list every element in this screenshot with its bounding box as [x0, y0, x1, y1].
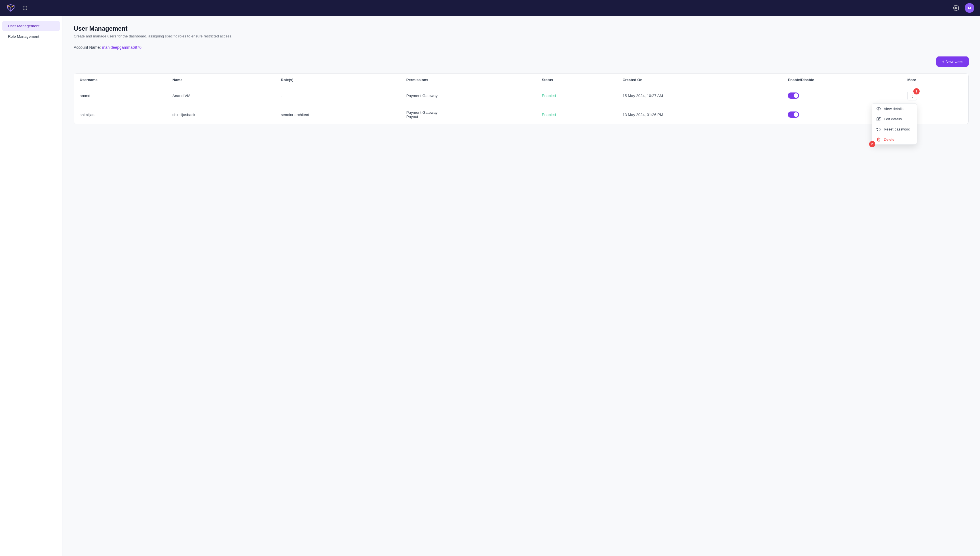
- cell-name: Anand VM: [167, 86, 275, 105]
- sidebar-item-role-management[interactable]: Role Management: [2, 31, 60, 41]
- sidebar: User Management Role Management: [0, 16, 62, 556]
- col-username: Username: [74, 74, 167, 86]
- col-created-on: Created On: [617, 74, 782, 86]
- cell-username: anand: [74, 86, 167, 105]
- table-header-row: Username Name Role(s) Permissions Status…: [74, 74, 969, 86]
- trash-icon: [877, 137, 881, 142]
- col-status: Status: [536, 74, 617, 86]
- edit-details-label: Edit details: [884, 117, 902, 121]
- col-roles: Role(s): [276, 74, 401, 86]
- cell-roles: senoior architect: [276, 105, 401, 124]
- edit-icon: [877, 116, 881, 121]
- users-table-container: Username Name Role(s) Permissions Status…: [74, 73, 969, 124]
- account-label: Account Name:: [74, 45, 101, 50]
- enable-toggle[interactable]: [788, 92, 799, 99]
- delete-label: Delete: [884, 137, 895, 142]
- status-badge: Enabled: [542, 94, 556, 98]
- page-title: User Management: [74, 25, 969, 32]
- table-row: anand Anand VM - Payment Gateway Enabled…: [74, 86, 969, 105]
- reset-password-label: Reset password: [884, 127, 910, 131]
- enable-toggle[interactable]: [788, 112, 799, 118]
- grid-icon[interactable]: [21, 3, 29, 13]
- svg-point-8: [26, 10, 27, 10]
- more-dropdown-wrapper: ⋮ 1: [907, 91, 917, 100]
- svg-point-1: [25, 6, 26, 7]
- svg-point-4: [25, 8, 26, 8]
- nav-left: [6, 3, 29, 13]
- main-content: User Management Create and manage users …: [62, 16, 980, 556]
- view-details-label: View details: [884, 107, 903, 111]
- avatar[interactable]: M: [965, 3, 974, 13]
- svg-point-10: [878, 108, 879, 109]
- cell-more: ⋮ 1: [902, 86, 969, 105]
- dropdown-edit-details[interactable]: Edit details: [872, 114, 917, 124]
- status-badge: Enabled: [542, 113, 556, 117]
- nav-right: M: [952, 3, 974, 13]
- svg-point-7: [25, 10, 26, 10]
- svg-point-3: [23, 8, 24, 8]
- top-navigation: M: [0, 0, 980, 16]
- cell-created-on: 15 May 2024, 10:27 AM: [617, 86, 782, 105]
- svg-point-0: [23, 6, 24, 7]
- sidebar-item-user-management[interactable]: User Management: [2, 21, 60, 31]
- dropdown-delete[interactable]: Delete 2: [872, 134, 917, 144]
- cell-name: shimiljasback: [167, 105, 275, 124]
- eye-icon: [877, 107, 881, 111]
- cell-created-on: 13 May 2024, 01:26 PM: [617, 105, 782, 124]
- svg-point-9: [955, 7, 957, 9]
- col-more: More: [902, 74, 969, 86]
- col-enable-disable: Enable/Disable: [782, 74, 901, 86]
- app-logo[interactable]: [6, 3, 16, 13]
- account-name-row: Account Name: manideepgamma6976: [74, 45, 969, 50]
- account-name-link[interactable]: manideepgamma6976: [102, 45, 142, 50]
- dropdown-view-details[interactable]: View details: [872, 103, 917, 114]
- dropdown-reset-password[interactable]: Reset password: [872, 124, 917, 134]
- cell-permissions: Payment GatewayPayout: [401, 105, 536, 124]
- cell-permissions: Payment Gateway: [401, 86, 536, 105]
- badge-2: 2: [869, 141, 875, 147]
- table-row: shimiljas shimiljasback senoior architec…: [74, 105, 969, 124]
- badge-1: 1: [913, 88, 920, 94]
- more-dropdown-menu: View details Edit details: [872, 103, 917, 145]
- svg-point-6: [23, 10, 24, 10]
- main-layout: User Management Role Management User Man…: [0, 16, 980, 556]
- new-user-button[interactable]: + New User: [936, 57, 969, 67]
- col-name: Name: [167, 74, 275, 86]
- users-table: Username Name Role(s) Permissions Status…: [74, 74, 969, 124]
- page-subtitle: Create and manage users for the dashboar…: [74, 34, 969, 38]
- cell-status: Enabled: [536, 86, 617, 105]
- cell-username: shimiljas: [74, 105, 167, 124]
- svg-point-5: [26, 8, 27, 8]
- cell-roles: -: [276, 86, 401, 105]
- cell-status: Enabled: [536, 105, 617, 124]
- svg-point-2: [26, 6, 27, 7]
- settings-icon[interactable]: [952, 4, 960, 12]
- col-permissions: Permissions: [401, 74, 536, 86]
- cell-toggle[interactable]: [782, 86, 901, 105]
- more-button[interactable]: ⋮ 1: [907, 91, 917, 100]
- reset-icon: [877, 127, 881, 131]
